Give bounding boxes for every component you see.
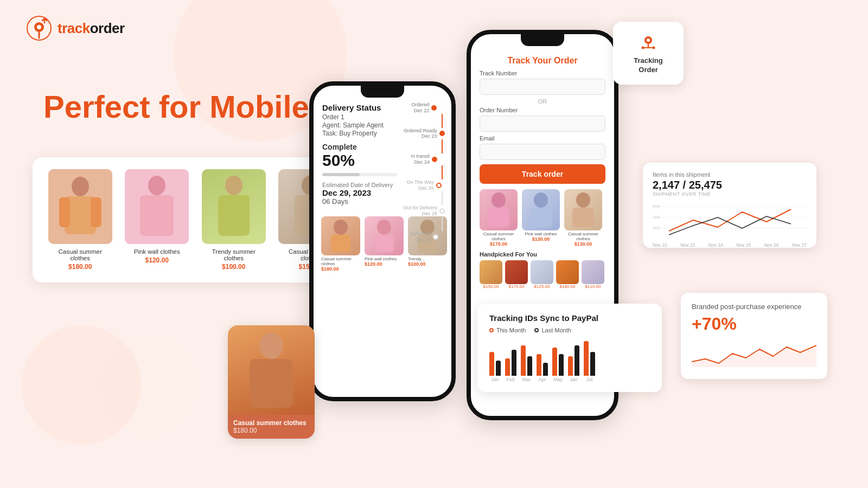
hero-tagline: Perfect for Mobile: [43, 89, 309, 124]
chart-label: Nov 27: [792, 242, 807, 248]
chart-legend: This Month Last Month: [489, 327, 650, 333]
shipment-label: Items in this shipment: [653, 171, 807, 178]
delivery-complete-label: Complete: [322, 143, 397, 151]
product-image: [48, 169, 112, 244]
handpicked-image: [556, 260, 579, 284]
product-price: $120.00: [145, 256, 169, 264]
handpicked-image: [582, 260, 604, 284]
svg-point-35: [653, 47, 655, 49]
logo-suffix: order: [90, 20, 125, 36]
svg-rect-29: [530, 208, 552, 227]
bar-label: Apr: [538, 377, 546, 382]
bar-this: [552, 348, 557, 376]
bar-group-jun: Jan: [568, 345, 579, 382]
mini-product[interactable]: Pink wall clothes $120.00: [365, 216, 404, 272]
bar-this: [521, 345, 526, 376]
legend-label-this: This Month: [496, 327, 526, 333]
product-price: $100.00: [222, 263, 245, 271]
tracking-icon: [639, 31, 658, 51]
chart-label: Nov 25: [736, 242, 751, 248]
handpicked-item[interactable]: $150.00: [480, 260, 502, 289]
mini-product-price: $180.00: [321, 266, 360, 272]
timeline-label: DeliveredDec 29: [410, 231, 431, 243]
estimated-label: Estimated Date of Delivery: [322, 182, 397, 188]
branded-chart: [692, 337, 816, 367]
branded-title: Branded post-purchase experience: [692, 303, 816, 312]
svg-point-4: [72, 177, 89, 196]
email-label: Email: [480, 135, 605, 142]
order-number-label: Order Number: [480, 107, 605, 113]
svg-point-26: [492, 192, 506, 208]
bar-this: [537, 354, 541, 376]
track-product-image: [564, 189, 602, 230]
bar-group-jan: Jan: [489, 352, 501, 382]
legend-last-month: Last Month: [534, 327, 571, 333]
email-input[interactable]: [480, 144, 605, 160]
timeline-dot: [431, 105, 437, 111]
featured-product-card[interactable]: Casual summer clothes $180.00: [228, 325, 315, 439]
handpicked-item[interactable]: $125.00: [531, 260, 553, 289]
svg-point-30: [576, 192, 590, 208]
bar-group-jul: Jul: [584, 341, 595, 382]
bar-label: Jan: [570, 377, 578, 382]
delivery-order: Order 1: [322, 113, 397, 121]
handpicked-item[interactable]: $180.00: [556, 260, 579, 289]
tracking-ids-title: Tracking IDs Sync to PayPal: [489, 313, 650, 323]
svg-point-12: [225, 176, 242, 195]
timeline-item: OrderedDec 22: [411, 102, 437, 114]
timeline-label: Out for DeliveryDec 26: [403, 205, 437, 217]
track-button[interactable]: Track order: [480, 164, 605, 184]
card-shipment: Items in this shipment 2,147 / 25,475 SH…: [643, 163, 816, 248]
delivery-progress-bar: [322, 173, 397, 176]
logo-text: trackorder: [58, 20, 125, 37]
svg-rect-31: [572, 208, 594, 227]
track-product-image: [522, 189, 560, 230]
track-product[interactable]: Pink wall clothes $130.00: [522, 189, 560, 247]
handpicked-price: $110.00: [582, 284, 604, 289]
track-product[interactable]: Casual summer clothes $130.00: [564, 189, 602, 247]
timeline-item: DeliveredDec 29: [410, 231, 438, 243]
product-card[interactable]: Casual summer clothes $180.00: [48, 169, 113, 271]
handpicked-price: $125.00: [531, 284, 553, 289]
bar-group-feb: Feb: [505, 350, 516, 382]
order-number-input[interactable]: [480, 115, 605, 132]
delivery-timeline: OrderedDec 22 Ordered ReadyDec 23 In tra…: [403, 102, 445, 243]
timeline-item: Ordered ReadyDec 23: [404, 128, 445, 140]
track-or: OR: [480, 98, 605, 105]
featured-product-price: $180.00: [233, 427, 309, 434]
timeline-dot: [436, 183, 442, 188]
track-product-name: Casual summer clothes: [480, 232, 518, 241]
bar-chart: Jan Feb Mar Apr: [489, 339, 650, 382]
bar-last: [559, 354, 564, 376]
delivery-agent: Agent: Sample Agent: [322, 121, 397, 129]
timeline-dot: [439, 131, 445, 136]
svg-rect-27: [488, 208, 509, 227]
bar-pair: [584, 341, 595, 376]
chart-labels: Nov 22 Nov 23 Nov 24 Nov 25 Nov 26 Nov 2…: [653, 242, 807, 248]
product-name: Casual summer clothes: [48, 248, 113, 261]
track-product[interactable]: Casual summer clothes $170.00: [480, 189, 518, 247]
mini-product[interactable]: Casual summer clothes $180.00: [321, 216, 360, 272]
header: trackorder: [26, 15, 125, 41]
bar-last: [575, 345, 579, 376]
product-card[interactable]: Pink wall clothes $120.00: [125, 169, 190, 271]
shipment-count: 2,147 / 25,475: [653, 179, 807, 191]
delivery-percent: 50%: [322, 151, 397, 170]
track-order-content: Track Your Order Track Number OR Order N…: [471, 46, 614, 294]
shipment-chart-svg: 800 400 200: [653, 201, 807, 239]
svg-point-28: [534, 192, 548, 208]
handpicked-image: [531, 260, 553, 284]
bar-label: Jan: [491, 377, 499, 382]
bar-pair: [521, 345, 532, 376]
timeline-line: [442, 114, 443, 128]
product-price: $180.00: [68, 263, 92, 271]
track-product-name: Casual summer clothes: [564, 232, 602, 241]
mini-product-price: $120.00: [365, 261, 404, 267]
handpicked-item[interactable]: $170.00: [505, 260, 528, 289]
delivery-content: Delivery Status Order 1 Agent: Sample Ag…: [322, 103, 397, 206]
track-number-input[interactable]: [480, 79, 605, 95]
bar-pair: [568, 345, 579, 376]
handpicked-item[interactable]: $110.00: [582, 260, 604, 289]
svg-text:200: 200: [653, 226, 660, 230]
product-card[interactable]: Trendy summer clothes $100.00: [201, 169, 266, 271]
